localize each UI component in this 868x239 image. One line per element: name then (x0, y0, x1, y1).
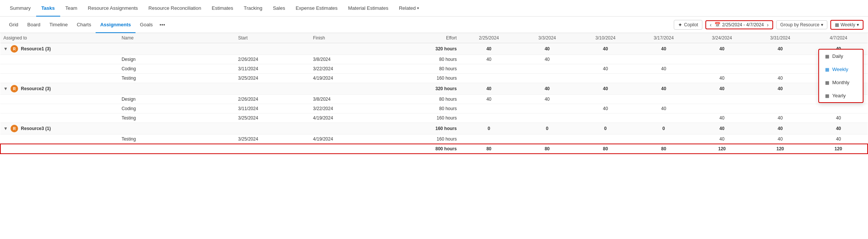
totals-start-cell (235, 144, 310, 154)
task-assigned-cell (0, 113, 119, 123)
task-date-1 (518, 113, 576, 123)
task-date-1 (518, 135, 576, 144)
task-start-cell: 2/26/2024 (235, 55, 310, 64)
task-date-6: 40 (809, 135, 868, 144)
resource-badge: R (11, 85, 18, 92)
nav-team[interactable]: Team (60, 0, 83, 17)
dropdown-yearly[interactable]: ▦ Yearly (819, 89, 863, 102)
weekly-button[interactable]: ▦ Weekly ▾ (830, 20, 863, 30)
assignments-table-container: Assigned to Name Start Finish Effort 2/2… (0, 33, 868, 154)
resource-expander[interactable]: ▼ (3, 86, 8, 91)
task-assigned-cell (0, 64, 119, 74)
resource-date-4: 40 (693, 123, 751, 135)
resource-start-cell (235, 43, 310, 55)
task-effort-cell: 80 hours (385, 55, 460, 64)
resource-badge: R (11, 45, 18, 53)
nav-expense-estimates[interactable]: Expense Estimates (290, 0, 343, 17)
group-by-dropdown-arrow: ▾ (821, 22, 823, 27)
subnav-goals[interactable]: Goals (136, 17, 157, 33)
task-name-cell: Design (119, 55, 235, 64)
resource-name-cell (119, 43, 235, 55)
resource-date-1: 0 (518, 123, 576, 135)
task-date-3 (635, 95, 693, 104)
nav-estimates[interactable]: Estimates (206, 0, 238, 17)
resource-row-1: ▼ R Resource2 (3) 320 hours 404040404040… (0, 83, 868, 95)
task-date-0 (460, 135, 518, 144)
resource-start-cell (235, 123, 310, 135)
resource-date-5: 40 (751, 43, 809, 55)
task-name-cell: Testing (119, 74, 235, 83)
dropdown-daily[interactable]: ▦ Daily (819, 50, 863, 63)
resource-badge: R (11, 125, 18, 132)
nav-tasks[interactable]: Tasks (36, 0, 60, 17)
header-date-5: 3/31/2024 (751, 33, 809, 43)
weekly-dropdown-arrow: ▾ (857, 22, 859, 27)
task-date-0 (460, 113, 518, 123)
task-row-0-2: Testing 3/25/2024 4/19/2024 160 hours 40… (0, 74, 868, 83)
task-date-2 (576, 135, 635, 144)
nav-resource-assignments[interactable]: Resource Assignments (82, 0, 143, 17)
nav-summary[interactable]: Summary (5, 0, 36, 17)
table-header-row: Assigned to Name Start Finish Effort 2/2… (0, 33, 868, 43)
copilot-button[interactable]: ✦ Copilot (674, 20, 702, 30)
nav-resource-reconciliation[interactable]: Resource Reconciliation (143, 0, 206, 17)
task-date-0 (460, 104, 518, 113)
resource-date-5: 40 (751, 123, 809, 135)
nav-sales[interactable]: Sales (268, 0, 291, 17)
task-date-5: 40 (751, 74, 809, 83)
assignments-table: Assigned to Name Start Finish Effort 2/2… (0, 33, 868, 154)
resource-finish-cell (310, 123, 385, 135)
group-by-button[interactable]: Group by Resource ▾ (776, 20, 827, 29)
totals-date-0: 80 (460, 144, 518, 154)
task-start-cell: 3/25/2024 (235, 135, 310, 144)
subnav-charts[interactable]: Charts (72, 17, 96, 33)
task-effort-cell: 160 hours (385, 135, 460, 144)
task-date-4 (693, 104, 751, 113)
weekly-dropdown-menu: ▦ Daily ▦ Weekly ▦ Monthly ▦ Yearly (818, 49, 863, 103)
subnav-timeline[interactable]: Timeline (45, 17, 72, 33)
task-date-1: 40 (518, 95, 576, 104)
prev-date-button[interactable]: ‹ (708, 22, 713, 28)
dropdown-weekly[interactable]: ▦ Weekly (819, 63, 863, 76)
resource-expander[interactable]: ▼ (3, 126, 8, 131)
resource-row-2: ▼ R Resource3 (1) 160 hours 0000404040 (0, 123, 868, 135)
task-date-3 (635, 135, 693, 144)
top-nav: Summary Tasks Team Resource Assignments … (0, 0, 868, 17)
nav-related[interactable]: Related ▾ (394, 0, 425, 17)
header-name: Name (119, 33, 235, 43)
nav-tracking[interactable]: Tracking (239, 0, 268, 17)
next-date-button[interactable]: › (765, 22, 770, 28)
totals-assigned-cell (0, 144, 119, 154)
task-finish-cell: 3/8/2024 (310, 95, 385, 104)
task-date-5: 40 (751, 135, 809, 144)
task-date-4 (693, 64, 751, 74)
weekly-calendar-icon: ▦ (835, 22, 839, 27)
task-date-1: 40 (518, 55, 576, 64)
totals-date-3: 80 (635, 144, 693, 154)
header-assigned-to: Assigned to (0, 33, 119, 43)
totals-name-cell (119, 144, 235, 154)
resource-expander[interactable]: ▼ (3, 46, 8, 51)
task-date-2: 40 (576, 64, 635, 74)
task-name-cell: Design (119, 95, 235, 104)
subnav-grid[interactable]: Grid (5, 17, 23, 33)
resource-date-3: 40 (635, 83, 693, 95)
task-name-cell: Coding (119, 104, 235, 113)
resource-assigned-cell: ▼ R Resource3 (1) (0, 123, 119, 135)
dropdown-monthly[interactable]: ▦ Monthly (819, 76, 863, 89)
more-options-button[interactable]: ••• (157, 22, 168, 28)
task-date-4 (693, 55, 751, 64)
task-date-5 (751, 95, 809, 104)
task-date-3 (635, 55, 693, 64)
task-finish-cell: 4/19/2024 (310, 74, 385, 83)
resource-effort-cell: 160 hours (385, 123, 460, 135)
totals-row: 800 hours 80808080120120120 (0, 144, 868, 154)
resource-effort-cell: 320 hours (385, 43, 460, 55)
task-date-1 (518, 64, 576, 74)
task-date-0 (460, 74, 518, 83)
subnav-board[interactable]: Board (23, 17, 45, 33)
sub-nav: Grid Board Timeline Charts Assignments G… (0, 17, 868, 33)
weekly-icon: ▦ (825, 67, 829, 72)
subnav-assignments[interactable]: Assignments (96, 17, 136, 33)
nav-material-estimates[interactable]: Material Estimates (343, 0, 394, 17)
